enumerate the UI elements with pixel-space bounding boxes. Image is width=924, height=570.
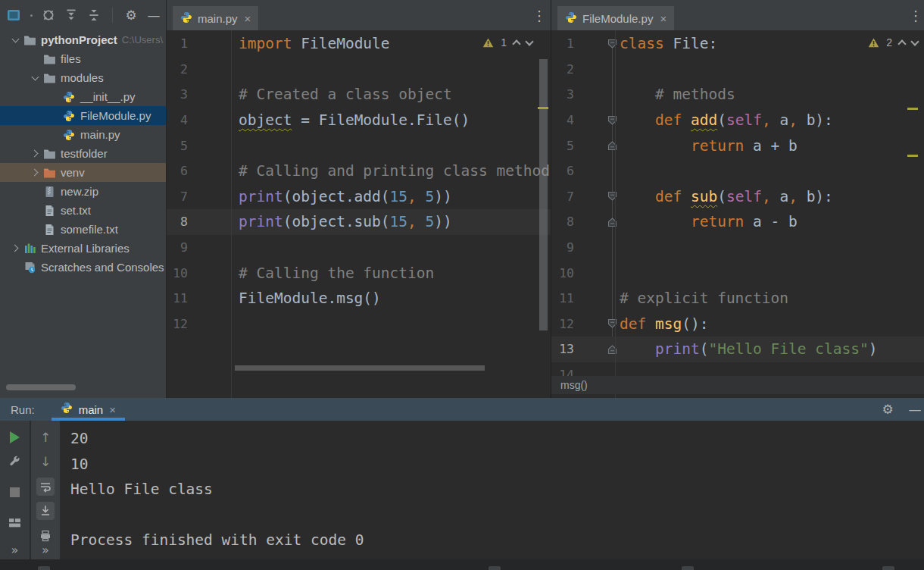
- tab-main-py[interactable]: main.py ×: [173, 6, 258, 30]
- line-number[interactable]: 2: [167, 62, 231, 77]
- breadcrumb-item[interactable]: msg(): [560, 379, 588, 391]
- line-number[interactable]: 2: [551, 62, 615, 77]
- next-warning-icon[interactable]: [525, 37, 533, 45]
- tab-options-kebab-icon[interactable]: ⋮: [532, 8, 546, 23]
- inspection-widget-right[interactable]: 2: [868, 36, 918, 49]
- fold-down-icon[interactable]: [607, 39, 617, 52]
- code-line[interactable]: 2: [551, 57, 924, 83]
- code-area-filemodule[interactable]: 1class File:2 3 # methods4 def add(self,…: [551, 30, 924, 376]
- line-number[interactable]: 14: [551, 368, 615, 376]
- tree-item-files[interactable]: files: [0, 49, 166, 68]
- code-line[interactable]: 10: [551, 260, 924, 286]
- hide-panel-icon[interactable]: —: [146, 8, 161, 23]
- breadcrumb[interactable]: msg(): [551, 376, 924, 394]
- code-area-main[interactable]: 1import FileModule2 3# Created a class o…: [167, 30, 551, 371]
- project-tool-window-icon[interactable]: [6, 8, 21, 23]
- code-line[interactable]: 14: [551, 362, 924, 376]
- tree-item-somefile-txt[interactable]: somefile.txt: [0, 220, 166, 239]
- line-number[interactable]: 12: [167, 317, 231, 331]
- line-number[interactable]: 5: [551, 139, 615, 153]
- code-line[interactable]: 6# Calling and printing class methods: [167, 158, 551, 184]
- tab-options-kebab-icon[interactable]: ⋮: [909, 8, 922, 23]
- code-line[interactable]: 5: [167, 133, 551, 158]
- line-number[interactable]: 9: [551, 240, 615, 255]
- next-warning-icon[interactable]: [910, 37, 919, 45]
- code-line[interactable]: 10# Calling the function: [167, 260, 551, 286]
- tree-item-modules[interactable]: modules: [0, 68, 166, 87]
- prev-warning-icon[interactable]: [897, 39, 906, 48]
- tree-item-external-libraries[interactable]: External Libraries: [0, 239, 166, 258]
- code-line[interactable]: 6: [551, 158, 924, 184]
- tree-item-testfolder[interactable]: testfolder: [0, 144, 166, 163]
- stop-button[interactable]: [6, 483, 24, 501]
- code-line[interactable]: 3 # methods: [551, 82, 924, 108]
- line-number[interactable]: 10: [167, 266, 231, 280]
- tree-item-pythonproject[interactable]: pythonProjectC:\Users\: [0, 30, 166, 49]
- code-line[interactable]: 5 return a + b: [551, 133, 924, 158]
- code-line[interactable]: 4object = FileModule.File(): [167, 108, 551, 133]
- horizontal-scrollbar[interactable]: [235, 365, 485, 371]
- code-line[interactable]: 9: [167, 235, 551, 261]
- hide-panel-icon[interactable]: —: [907, 402, 922, 417]
- project-horizontal-scrollbar[interactable]: [6, 384, 76, 390]
- restore-layout-icon[interactable]: [6, 513, 24, 531]
- tree-item--init-py[interactable]: __init__.py: [0, 87, 166, 106]
- code-line[interactable]: 12def msg():: [551, 312, 924, 337]
- code-line[interactable]: 2: [167, 57, 551, 83]
- line-number[interactable]: 6: [551, 164, 615, 178]
- line-number[interactable]: 11: [167, 291, 231, 305]
- settings-gear-icon[interactable]: ⚙: [880, 402, 895, 417]
- edit-configuration-wrench-icon[interactable]: [6, 453, 24, 471]
- fold-down-icon[interactable]: [607, 115, 617, 129]
- warning-stripe-mark[interactable]: [907, 108, 918, 110]
- line-number[interactable]: 3: [167, 87, 231, 102]
- more-options-icon[interactable]: »: [6, 540, 24, 559]
- tree-chevron-icon[interactable]: [27, 77, 42, 80]
- more-options-icon[interactable]: »: [36, 540, 55, 559]
- tab-filemodule-py[interactable]: FileModule.py ×: [557, 6, 674, 30]
- expand-all-icon[interactable]: [64, 8, 79, 23]
- console-output[interactable]: 2010Hello File class Process finished wi…: [61, 421, 924, 559]
- line-number[interactable]: 4: [167, 113, 231, 127]
- code-line[interactable]: 13 print("Hello File class"): [551, 337, 924, 362]
- inspection-widget-left[interactable]: 1: [482, 36, 532, 49]
- run-tab-main[interactable]: main ×: [52, 398, 125, 421]
- down-stack-trace-icon[interactable]: ↓: [36, 453, 55, 471]
- fold-up-icon[interactable]: [607, 217, 617, 230]
- code-line[interactable]: 11FileModule.msg(): [167, 286, 551, 312]
- code-line[interactable]: 12: [167, 312, 551, 337]
- tree-chevron-icon[interactable]: [8, 246, 23, 251]
- code-line[interactable]: 11# explicit function: [551, 286, 924, 312]
- line-number[interactable]: 9: [167, 240, 231, 255]
- fold-up-icon[interactable]: [607, 344, 617, 358]
- soft-wrap-icon[interactable]: [36, 478, 55, 496]
- settings-gear-icon[interactable]: ⚙: [123, 8, 139, 23]
- fold-up-icon[interactable]: [607, 140, 617, 154]
- line-number[interactable]: 10: [551, 266, 615, 280]
- line-number[interactable]: 5: [167, 139, 231, 153]
- line-number[interactable]: 12: [551, 317, 615, 331]
- tree-item-scratches-and-consoles[interactable]: Scratches and Consoles: [0, 258, 166, 277]
- up-stack-trace-icon[interactable]: ↑: [36, 428, 55, 446]
- tree-chevron-icon[interactable]: [27, 170, 42, 175]
- code-line[interactable]: 7 def sub(self, a, b):: [551, 184, 924, 210]
- line-number[interactable]: 13: [551, 342, 615, 356]
- fold-down-icon[interactable]: [607, 191, 617, 205]
- locate-file-icon[interactable]: [41, 8, 56, 23]
- line-number[interactable]: 4: [551, 113, 615, 127]
- line-number[interactable]: 8: [551, 215, 615, 229]
- tree-item-filemodule-py[interactable]: FileModule.py: [0, 106, 166, 125]
- vertical-scrollbar[interactable]: [539, 59, 548, 330]
- code-line[interactable]: 4 def add(self, a, b):: [551, 108, 924, 133]
- line-number[interactable]: 8: [167, 215, 231, 229]
- line-number[interactable]: 7: [551, 189, 615, 204]
- tree-item-main-py[interactable]: main.py: [0, 125, 166, 144]
- tree-item-set-txt[interactable]: set.txt: [0, 201, 166, 220]
- fold-down-icon[interactable]: [607, 318, 617, 332]
- tree-item-venv[interactable]: venv: [0, 163, 166, 182]
- code-line[interactable]: 9: [551, 235, 924, 261]
- line-number[interactable]: 7: [167, 189, 231, 204]
- tree-chevron-icon[interactable]: [27, 151, 42, 156]
- rerun-button[interactable]: [6, 428, 24, 446]
- close-icon[interactable]: ×: [660, 12, 666, 25]
